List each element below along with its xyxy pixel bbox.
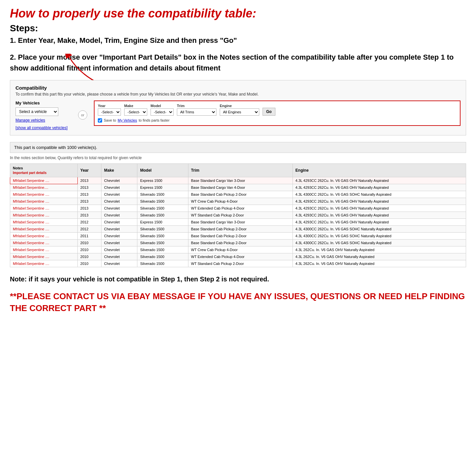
cell-trim: WT Extended Cab Pickup 4-Door <box>188 253 293 260</box>
table-row: Mfrlabel:Serpentine ....2013ChevroletSil… <box>10 212 466 218</box>
year-label: Year <box>98 104 121 108</box>
make-select[interactable]: -Select- <box>124 108 147 116</box>
cell-model: Silverado 1500 <box>137 239 188 246</box>
table-row: Mfrlabel:Serpentine ....2010ChevroletSil… <box>10 239 466 246</box>
engine-select[interactable]: All Engines <box>220 108 259 116</box>
cell-year: 2013 <box>77 184 101 191</box>
cell-engine: 4.3L 4293CC 262Cu. In. V6 GAS OHV Natura… <box>293 177 466 184</box>
make-col: Make -Select- <box>124 104 147 116</box>
make-label: Make <box>124 104 147 108</box>
save-row: Save to My Vehicles to finds parts faste… <box>98 118 457 123</box>
cell-notes: Mfrlabel:Serpentine .... <box>10 212 78 218</box>
cell-year: 2013 <box>77 205 101 212</box>
cell-year: 2011 <box>77 232 101 239</box>
cell-trim: Base Standard Cab Pickup 2-Door <box>188 225 293 232</box>
model-col: Model -Select- <box>151 104 174 116</box>
go-button[interactable]: Go <box>263 108 275 116</box>
compatibility-section: Compatibility To confirm that this part … <box>10 80 466 135</box>
cell-make: Chevrolet <box>101 239 137 246</box>
vehicle-select[interactable]: Select a vehicle <box>15 107 58 116</box>
my-vehicles-link[interactable]: My Vehicles <box>118 118 137 122</box>
manage-vehicles-link[interactable]: Manage vehicles <box>15 118 71 123</box>
engine-col: Engine All Engines <box>220 104 259 116</box>
trim-select[interactable]: All Trims <box>177 108 216 116</box>
my-vehicles-label: My Vehicles <box>15 100 71 105</box>
cell-year: 2010 <box>77 260 101 267</box>
cell-engine: 4.3L 4293CC 262Cu. In. V6 GAS OHV Natura… <box>293 212 466 218</box>
cell-notes: Mfrlabel:Serpentine .... <box>10 225 78 232</box>
table-row: Mfrlabel:Serpentine ....2012ChevroletSil… <box>10 225 466 232</box>
save-checkbox[interactable] <box>98 118 102 123</box>
cell-year: 2010 <box>77 239 101 246</box>
cell-notes: Mfrlabel:Serpentine.... <box>10 184 78 191</box>
contact-text: **PLEASE CONTACT US VIA EBAY MESSAGE IF … <box>10 290 466 314</box>
cell-trim: Base Standard Cargo Van 3-Door <box>188 177 293 184</box>
cell-model: Silverado 1500 <box>137 212 188 218</box>
cell-make: Chevrolet <box>101 225 137 232</box>
cell-year: 2010 <box>77 246 101 253</box>
cell-notes: Mfrlabel:Serpentine .... <box>10 218 78 225</box>
cell-model: Express 1500 <box>137 177 188 184</box>
step1-text: 1. Enter Year, Make, Model, Trim, Engine… <box>10 36 466 46</box>
th-make: Make <box>101 163 137 177</box>
cell-notes: Mfrlabel:Serpentine .... <box>10 205 78 212</box>
cell-make: Chevrolet <box>101 212 137 218</box>
cell-notes: Mfrlabel:Serpentine .... <box>10 191 78 198</box>
cell-engine: 4.3L 4300CC 262Cu. In. V6 GAS SOHC Natur… <box>293 232 466 239</box>
cell-model: Silverado 1500 <box>137 191 188 198</box>
table-row: Mfrlabel:Serpentine ....2013ChevroletSil… <box>10 198 466 205</box>
cell-model: Silverado 1500 <box>137 260 188 267</box>
compat-count-box: This part is compatible with 1000 vehicl… <box>10 142 466 153</box>
cell-trim: WT Crew Cab Pickup 4-Door <box>188 246 293 253</box>
cell-trim: Base Standard Cab Pickup 2-Door <box>188 239 293 246</box>
cell-trim: WT Standard Cab Pickup 2-Door <box>188 212 293 218</box>
cell-trim: WT Standard Cab Pickup 2-Door <box>188 260 293 267</box>
cell-notes: Mfrlabel:Serpentine .... <box>10 253 78 260</box>
cell-trim: WT Crew Cab Pickup 4-Door <box>188 198 293 205</box>
cell-trim: Base Standard Cab Pickup 2-Door <box>188 232 293 239</box>
cell-trim: Base Standard Cargo Van 4-Door <box>188 184 293 191</box>
save-text: Save to <box>104 118 116 122</box>
cell-year: 2013 <box>77 191 101 198</box>
show-all-compatible-link[interactable]: [show all compatible vehicles] <box>15 126 68 130</box>
model-select[interactable]: -Select- <box>151 108 174 116</box>
save-text2: to finds parts faster <box>139 118 170 122</box>
cell-trim: Base Standard Cargo Van 3-Door <box>188 218 293 225</box>
year-select[interactable]: -Select- <box>98 108 121 116</box>
year-col: Year -Select- <box>98 104 121 116</box>
or-divider: or <box>78 110 87 120</box>
cell-notes: Mfrlabel:Serpentine .... <box>10 239 78 246</box>
cell-make: Chevrolet <box>101 177 137 184</box>
cell-year: 2010 <box>77 253 101 260</box>
note-text: Note: if it says your vehicle is not com… <box>10 274 466 284</box>
table-row: Mfrlabel:Serpentine ....2013ChevroletSil… <box>10 191 466 198</box>
cell-make: Chevrolet <box>101 184 137 191</box>
cell-notes: Mfrlabel:Serpentine .... <box>10 177 78 184</box>
cell-year: 2012 <box>77 218 101 225</box>
steps-heading: Steps: <box>10 23 466 34</box>
cell-notes: Mfrlabel:Serpentine .... <box>10 232 78 239</box>
main-title: How to properly use the compatibility ta… <box>10 7 466 20</box>
th-trim: Trim <box>188 163 293 177</box>
cell-notes: Mfrlabel:Serpentine .... <box>10 260 78 267</box>
th-year: Year <box>77 163 101 177</box>
cell-model: Express 1500 <box>137 218 188 225</box>
cell-engine: 4.3L 4300CC 262Cu. In. V6 GAS SOHC Natur… <box>293 191 466 198</box>
cell-engine: 4.3L 4293CC 262Cu. In. V6 GAS OHV Natura… <box>293 205 466 212</box>
cell-make: Chevrolet <box>101 205 137 212</box>
step2-text: 2. Place your mouse over "Important Part… <box>10 52 466 73</box>
cell-make: Chevrolet <box>101 191 137 198</box>
cell-trim: WT Extended Cab Pickup 4-Door <box>188 205 293 212</box>
table-row: Mfrlabel:Serpentine....2013ChevroletExpr… <box>10 184 466 191</box>
cell-make: Chevrolet <box>101 198 137 205</box>
cell-engine: 4.3L 4300CC 262Cu. In. V6 GAS SOHC Natur… <box>293 225 466 232</box>
cell-model: Silverado 1500 <box>137 198 188 205</box>
cell-year: 2013 <box>77 177 101 184</box>
table-row: Mfrlabel:Serpentine ....2013ChevroletSil… <box>10 205 466 212</box>
cell-model: Silverado 1500 <box>137 253 188 260</box>
cell-engine: 4.3L 262Cu. In. V6 GAS OHV Naturally Asp… <box>293 260 466 267</box>
model-label: Model <box>151 104 174 108</box>
cell-make: Chevrolet <box>101 260 137 267</box>
trim-col: Trim All Trims <box>177 104 216 116</box>
cell-year: 2012 <box>77 225 101 232</box>
